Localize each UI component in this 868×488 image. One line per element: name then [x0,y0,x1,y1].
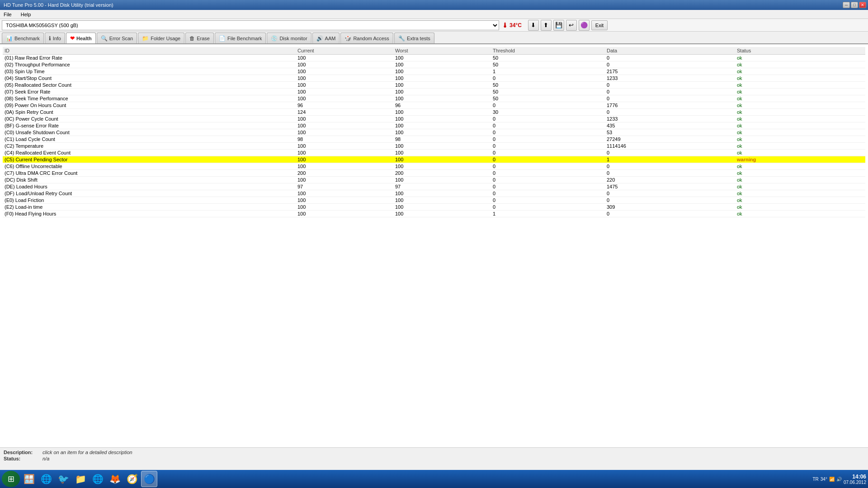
table-row[interactable]: (C0) Unsafe Shutdown Count 100 100 0 53 … [3,129,865,136]
cell-threshold: 0 [491,122,605,129]
table-row[interactable]: (DE) Loaded Hours 97 97 0 1475 ok [3,183,865,190]
toolbar-actions: ⬇ ⬆ 💾 ↩ 🟣 Exit [528,20,608,31]
close-button[interactable]: ✕ [859,2,866,8]
cell-id: (BF) G-sense Error Rate [3,122,296,129]
table-row[interactable]: (08) Seek Time Performance 100 100 50 0 … [3,95,865,102]
cell-id: (07) Seek Error Rate [3,89,296,95]
tab-erase[interactable]: 🗑 Erase [185,33,214,43]
taskbar-app-chrome[interactable]: 🌐 [38,471,54,487]
tray-speaker-icon: 🔊 [836,477,842,482]
tab-bar: 📊 Benchmark ℹ Info ❤ Health 🔍 Error Scan… [0,32,868,44]
cell-data: 2175 [605,68,735,75]
exit-button[interactable]: Exit [591,20,608,30]
taskbar-app-twitter[interactable]: 🐦 [55,471,71,487]
cell-threshold: 0 [491,150,605,156]
tab-error-scan[interactable]: 🔍 Error Scan [97,33,137,43]
cell-data: 435 [605,122,735,129]
cell-current: 96 [296,102,393,109]
taskbar-app-nav[interactable]: 🧭 [124,471,140,487]
cell-data: 27249 [605,136,735,143]
tab-benchmark[interactable]: 📊 Benchmark [2,33,44,43]
table-row[interactable]: (03) Spin Up Time 100 100 1 2175 ok [3,68,865,75]
tab-health-label: Health [76,36,92,41]
table-row[interactable]: (E0) Load Friction 100 100 0 0 ok [3,197,865,204]
smart-table: ID Current Worst Threshold Data Status (… [3,47,865,217]
tab-info[interactable]: ℹ Info [45,33,65,43]
tab-health[interactable]: ❤ Health [66,33,96,43]
folder-usage-icon: 📁 [142,35,149,42]
tool-btn-5[interactable]: 🟣 [579,20,590,31]
cell-threshold: 0 [491,102,605,109]
table-row[interactable]: (0C) Power Cycle Count 100 100 0 1233 ok [3,116,865,122]
tab-aam[interactable]: 🔊 AAM [312,33,340,43]
start-button[interactable]: ⊞ [2,471,20,487]
description-bar: Description: click on an item for a deta… [0,447,868,472]
table-row[interactable]: (BF) G-sense Error Rate 100 100 0 435 ok [3,122,865,129]
table-row[interactable]: (01) Raw Read Error Rate 100 100 50 0 ok [3,55,865,61]
cell-worst: 200 [393,170,491,177]
cell-threshold: 1 [491,68,605,75]
cell-current: 100 [296,190,393,197]
col-header-threshold: Threshold [491,47,605,55]
table-row[interactable]: (C6) Offline Uncorrectable 100 100 0 0 o… [3,163,865,170]
cell-id: (01) Raw Read Error Rate [3,55,296,61]
tab-random-access[interactable]: 🎲 Random Access [340,33,393,43]
cell-current: 100 [296,122,393,129]
cell-id: (09) Power On Hours Count [3,102,296,109]
tool-btn-1[interactable]: ⬇ [528,20,539,31]
tool-btn-3[interactable]: 💾 [553,20,564,31]
cell-id: (F0) Head Flying Hours [3,211,296,217]
tab-disk-monitor[interactable]: 💿 Disk monitor [267,33,311,43]
table-row[interactable]: (07) Seek Error Rate 100 100 50 0 ok [3,89,865,95]
taskbar-app-folder[interactable]: 📁 [72,471,89,487]
taskbar-app-firefox[interactable]: 🦊 [107,471,123,487]
tab-extra-tests[interactable]: 🔧 Extra tests [394,33,434,43]
cell-status: ok [735,190,865,197]
tool-btn-4[interactable]: ↩ [566,20,577,31]
table-row[interactable]: (04) Start/Stop Count 100 100 0 1233 ok [3,75,865,82]
table-row[interactable]: (C2) Temperature 100 100 0 1114146 ok [3,143,865,150]
description-label: Description: [4,450,40,455]
cell-threshold: 50 [491,95,605,102]
col-header-data: Data [605,47,735,55]
cell-current: 100 [296,163,393,170]
cell-worst: 97 [393,183,491,190]
table-row[interactable]: (02) Throughput Performance 100 100 50 0… [3,61,865,68]
table-row[interactable]: (E2) Load-in time 100 100 0 309 ok [3,204,865,211]
cell-worst: 100 [393,143,491,150]
tab-folder-usage[interactable]: 📁 Folder Usage [138,33,184,43]
minimize-button[interactable]: ─ [843,2,850,8]
description-value: click on an item for a detailed descript… [42,450,132,455]
cell-threshold: 0 [491,143,605,150]
table-row[interactable]: (0A) Spin Retry Count 124 100 30 0 ok [3,109,865,116]
menu-file[interactable]: File [2,11,14,18]
table-row[interactable]: (09) Power On Hours Count 96 96 0 1776 o… [3,102,865,109]
tool-btn-2[interactable]: ⬆ [541,20,552,31]
table-row[interactable]: (C1) Load Cycle Count 98 98 0 27249 ok [3,136,865,143]
tab-file-benchmark[interactable]: 📄 File Benchmark [215,33,266,43]
taskbar-app-hdtune[interactable]: 🔵 [141,471,157,487]
maximize-button[interactable]: □ [851,2,858,8]
menu-help[interactable]: Help [19,11,33,18]
table-row[interactable]: (C4) Reallocated Event Count 100 100 0 0… [3,150,865,156]
taskbar-app-windows[interactable]: 🪟 [21,471,37,487]
table-row[interactable]: (DF) Load/Unload Retry Count 100 100 0 0… [3,190,865,197]
extra-tests-icon: 🔧 [398,35,405,42]
cell-current: 100 [296,143,393,150]
table-row[interactable]: (DC) Disk Shift 100 100 0 220 ok [3,177,865,183]
table-row[interactable]: (F0) Head Flying Hours 100 100 1 0 ok [3,211,865,217]
table-row[interactable]: (C7) Ultra DMA CRC Error Count 200 200 0… [3,170,865,177]
cell-id: (0A) Spin Retry Count [3,109,296,116]
cell-current: 100 [296,55,393,61]
table-row[interactable]: (C5) Current Pending Sector 100 100 0 1 … [3,156,865,163]
cell-status: ok [735,55,865,61]
drive-selector[interactable]: TOSHIBA MK5056GSY (500 gB) [2,20,499,30]
drive-bar: TOSHIBA MK5056GSY (500 gB) 🌡 34°C ⬇ ⬆ 💾 … [0,19,868,32]
taskbar-clock: 14:06 07.06.2012 [844,474,866,485]
cell-status: ok [735,116,865,122]
cell-status: ok [735,177,865,183]
window-controls: ─ □ ✕ [843,2,866,8]
taskbar-app-ie[interactable]: 🌐 [90,471,106,487]
table-row[interactable]: (05) Reallocated Sector Count 100 100 50… [3,82,865,89]
cell-data: 1 [605,156,735,163]
